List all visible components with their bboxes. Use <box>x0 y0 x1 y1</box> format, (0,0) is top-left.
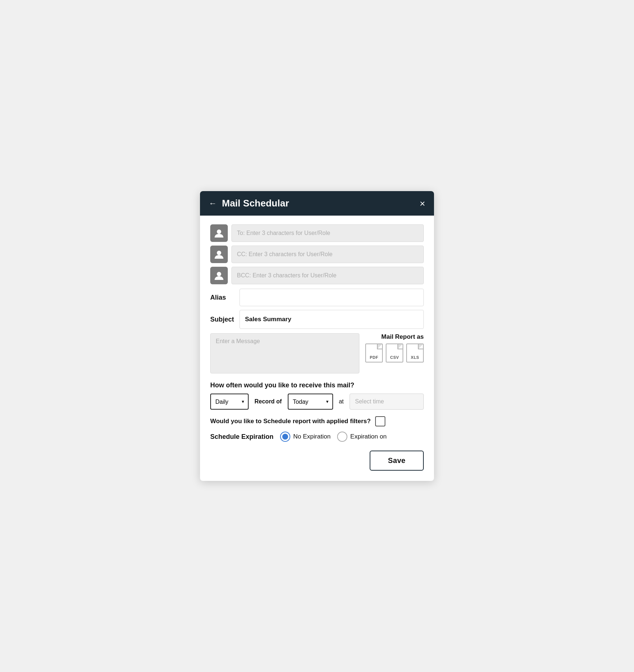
bcc-user-icon <box>210 267 228 284</box>
filters-question: Would you like to Schedule report with a… <box>210 418 371 425</box>
save-row: Save <box>210 451 424 471</box>
svg-point-0 <box>217 229 221 234</box>
modal-body: Alias Subject Mail Report as PDF <box>200 216 434 481</box>
record-select[interactable]: Today Yesterday This Week <box>288 394 333 410</box>
frequency-controls: Daily Weekly Monthly Record of Today Yes… <box>210 394 424 410</box>
xls-label: XLS <box>411 355 419 360</box>
alias-row: Alias <box>210 289 424 306</box>
at-label: at <box>339 398 344 405</box>
record-select-wrapper: Today Yesterday This Week <box>288 394 333 410</box>
pdf-label: PDF <box>370 355 378 360</box>
bcc-row <box>210 267 424 284</box>
back-button[interactable]: ← <box>209 200 217 208</box>
no-expiration-option[interactable]: No Expiration <box>280 432 331 442</box>
header-left: ← Mail Schedular <box>209 198 289 209</box>
expiration-row: Schedule Expiration No Expiration Expira… <box>210 432 424 442</box>
no-expiration-radio[interactable] <box>280 432 290 442</box>
csv-label: CSV <box>390 355 399 360</box>
message-area <box>210 333 359 375</box>
expiration-label: Schedule Expiration <box>210 433 273 441</box>
to-row <box>210 224 424 242</box>
modal-title: Mail Schedular <box>222 198 289 209</box>
modal-header: ← Mail Schedular × <box>200 191 434 216</box>
subject-label: Subject <box>210 316 236 323</box>
bcc-input[interactable] <box>231 267 424 284</box>
pdf-icon-button[interactable]: PDF <box>365 343 383 362</box>
to-user-icon <box>210 224 228 242</box>
message-textarea[interactable] <box>210 333 359 373</box>
csv-icon-body: CSV <box>386 343 403 362</box>
cc-user-icon <box>210 246 228 263</box>
xls-icon-body: XLS <box>406 343 424 362</box>
frequency-select-wrapper: Daily Weekly Monthly <box>210 394 249 410</box>
xls-icon-button[interactable]: XLS <box>406 343 424 362</box>
message-report-row: Mail Report as PDF CSV XLS <box>210 333 424 375</box>
pdf-icon-body: PDF <box>365 343 383 362</box>
to-input[interactable] <box>231 224 424 242</box>
time-input[interactable] <box>350 394 424 410</box>
filters-checkbox[interactable] <box>375 416 385 426</box>
subject-input[interactable] <box>239 310 424 329</box>
cc-input[interactable] <box>231 246 424 263</box>
alias-label: Alias <box>210 294 236 301</box>
mail-report-label: Mail Report as <box>381 333 424 341</box>
report-icons: PDF CSV XLS <box>365 343 424 362</box>
alias-input[interactable] <box>239 289 424 306</box>
expiration-on-radio[interactable] <box>337 432 347 442</box>
filters-row: Would you like to Schedule report with a… <box>210 416 424 426</box>
record-of-label: Record of <box>254 398 282 405</box>
svg-point-1 <box>217 251 221 255</box>
mail-schedular-modal: ← Mail Schedular × <box>200 191 434 481</box>
save-button[interactable]: Save <box>370 451 424 471</box>
mail-report-section: Mail Report as PDF CSV XLS <box>365 333 424 362</box>
no-expiration-text: No Expiration <box>293 433 331 440</box>
frequency-select[interactable]: Daily Weekly Monthly <box>210 394 249 410</box>
cc-row <box>210 246 424 263</box>
expiration-on-text: Expiration on <box>350 433 386 440</box>
expiration-on-option[interactable]: Expiration on <box>337 432 386 442</box>
close-button[interactable]: × <box>420 199 425 208</box>
svg-point-2 <box>217 272 221 276</box>
subject-row: Subject <box>210 310 424 329</box>
frequency-question: How often would you like to receive this… <box>210 381 424 389</box>
frequency-section: How often would you like to receive this… <box>210 381 424 410</box>
csv-icon-button[interactable]: CSV <box>386 343 403 362</box>
